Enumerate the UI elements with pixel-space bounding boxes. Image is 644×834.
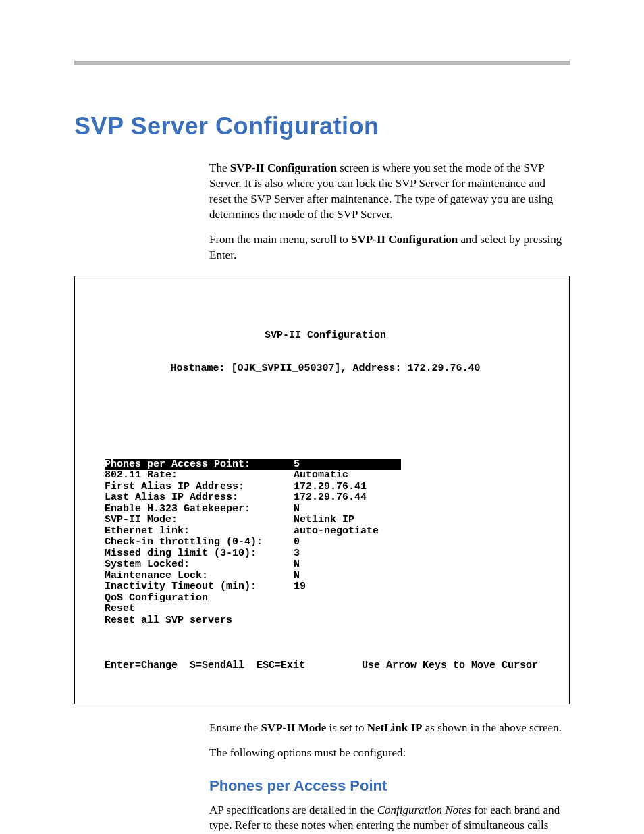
terminal-row: Missed ding limit (3-10):3 <box>105 548 546 560</box>
terminal-row: Ethernet link:auto-negotiate <box>105 526 546 538</box>
intro-paragraph-2: From the main menu, scroll to SVP-II Con… <box>209 232 570 263</box>
text: The <box>209 161 230 174</box>
terminal-row-label: SVP-II Mode: <box>105 515 294 526</box>
terminal-row-label: System Locked: <box>105 559 294 571</box>
terminal-row: SVP-II Mode:Netlink IP <box>105 515 546 526</box>
terminal-row: Maintenance Lock:N <box>105 571 546 582</box>
italic-text: Configuration Notes <box>377 804 471 816</box>
terminal-row: QoS Configuration <box>105 593 546 604</box>
terminal-row-label: Ethernet link: <box>105 526 294 538</box>
terminal-footer-left: Enter=Change S=SendAll ESC=Exit <box>105 660 305 672</box>
body-column: The SVP-II Configuration screen is where… <box>209 161 570 263</box>
terminal-row: Reset <box>105 604 546 615</box>
terminal-row-value: Automatic <box>294 470 348 481</box>
terminal-footer-right: Use Arrow Keys to Move Cursor <box>362 660 538 672</box>
terminal-row: Enable H.323 Gatekeeper:N <box>105 504 546 515</box>
terminal-row-label: Phones per Access Point: <box>105 459 294 471</box>
terminal-row-value: N <box>294 504 300 515</box>
text: From the main menu, scroll to <box>209 233 351 246</box>
text: is set to <box>326 721 367 734</box>
terminal-row-value: 0 <box>294 537 300 548</box>
text: Ensure the <box>209 721 261 734</box>
terminal-row-label: Reset <box>105 604 294 615</box>
terminal-row: Check-in throttling (0-4):0 <box>105 537 546 548</box>
text: as shown in the above screen. <box>422 721 561 734</box>
terminal-row-label: Maintenance Lock: <box>105 571 294 582</box>
terminal-row-value: 172.29.76.41 <box>294 481 367 493</box>
terminal-row-label: QoS Configuration <box>105 593 294 604</box>
terminal-title: SVP-II Configuration <box>105 330 546 342</box>
intro-paragraph-1: The SVP-II Configuration screen is where… <box>209 161 570 223</box>
body-column-lower: Ensure the SVP-II Mode is set to NetLink… <box>209 721 570 834</box>
terminal-row-value: 19 <box>294 581 306 593</box>
terminal-row-label: Enable H.323 Gatekeeper: <box>105 504 294 515</box>
terminal-row-label: Reset all SVP servers <box>105 615 294 627</box>
bold-text: NetLink IP <box>367 721 423 734</box>
terminal-row-label: Check-in throttling (0-4): <box>105 537 294 548</box>
terminal-row-value: N <box>294 571 300 582</box>
section-heading-phones: Phones per Access Point <box>209 777 570 795</box>
terminal-footer: Enter=Change S=SendAll ESC=Exit Use Arro… <box>105 660 546 672</box>
terminal-text: SVP-II Configuration Hostname: [OJK_SVPI… <box>75 286 569 694</box>
terminal-row-label: 802.11 Rate: <box>105 470 294 481</box>
terminal-row: System Locked:N <box>105 559 546 571</box>
terminal-row: First Alias IP Address:172.29.76.41 <box>105 481 546 493</box>
header-rule <box>74 61 570 65</box>
terminal-row: Last Alias IP Address:172.29.76.44 <box>105 492 546 504</box>
after-terminal-p1: Ensure the SVP-II Mode is set to NetLink… <box>209 721 570 736</box>
terminal-row: 802.11 Rate:Automatic <box>105 470 546 481</box>
page-title: SVP Server Configuration <box>74 112 570 140</box>
bold-text: SVP-II Configuration <box>230 161 337 174</box>
terminal-row: Inactivity Timeout (min):19 <box>105 581 546 593</box>
terminal-row-label: First Alias IP Address: <box>105 481 294 493</box>
terminal-row-value: Netlink IP <box>294 515 354 526</box>
text: AP specifications are detailed in the <box>209 804 377 816</box>
bold-text: SVP-II Configuration <box>351 233 458 246</box>
terminal-row: Reset all SVP servers <box>105 615 546 627</box>
terminal-row-label: Missed ding limit (3-10): <box>105 548 294 560</box>
terminal-hostline: Hostname: [OJK_SVPII_050307], Address: 1… <box>105 363 546 375</box>
terminal-row-label: Inactivity Timeout (min): <box>105 581 294 593</box>
terminal-row: Phones per Access Point:5 <box>105 459 546 471</box>
terminal-row-value: 3 <box>294 548 300 560</box>
terminal-screenshot: SVP-II Configuration Hostname: [OJK_SVPI… <box>74 276 570 704</box>
terminal-rows: Phones per Access Point:5802.11 Rate:Aut… <box>105 459 546 627</box>
after-terminal-p2: The following options must be configured… <box>209 746 570 761</box>
terminal-row-value: N <box>294 559 300 571</box>
bold-text: SVP-II Mode <box>261 721 326 734</box>
terminal-row-value: 5 <box>294 459 401 471</box>
section-phones-p1: AP specifications are detailed in the Co… <box>209 803 570 835</box>
terminal-row-label: Last Alias IP Address: <box>105 492 294 504</box>
page: SVP Server Configuration The SVP-II Conf… <box>0 0 644 834</box>
terminal-row-value: auto-negotiate <box>294 526 379 538</box>
terminal-row-value: 172.29.76.44 <box>294 492 367 504</box>
terminal-header: SVP-II Configuration Hostname: [OJK_SVPI… <box>105 308 546 397</box>
